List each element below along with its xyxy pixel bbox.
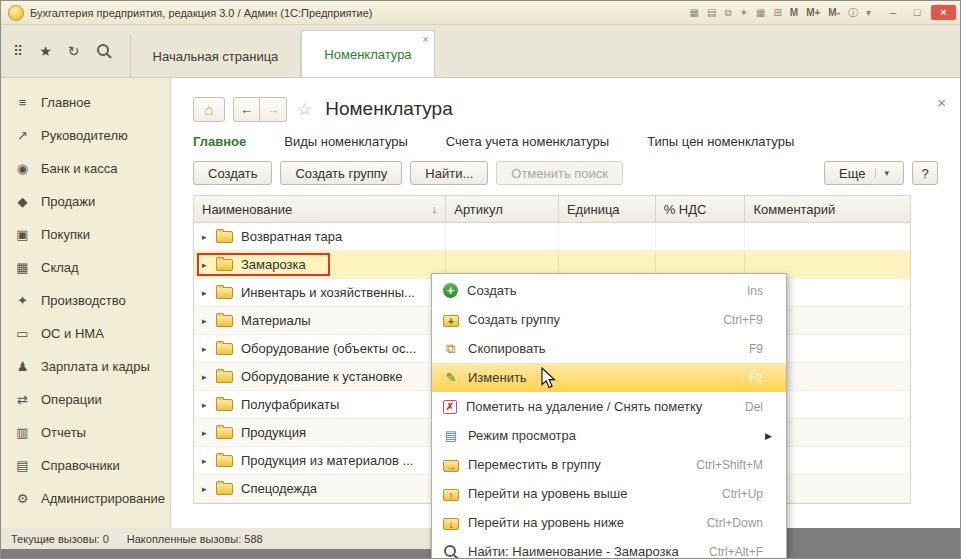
operations-section-icon: ⇄ bbox=[14, 392, 31, 407]
minimize-button[interactable]: – bbox=[883, 5, 903, 20]
sidebar-item-label: Руководителю bbox=[41, 128, 128, 143]
row-name-cell[interactable]: ▸ Материалы bbox=[194, 307, 446, 334]
more-button[interactable]: Еще ▾ bbox=[824, 161, 904, 185]
page-tab[interactable]: Номенклатура × bbox=[301, 30, 434, 77]
sidebar-item[interactable]: ◉ Банк и касса bbox=[1, 152, 170, 185]
expand-arrow-icon[interactable]: ▸ bbox=[202, 456, 214, 466]
expand-arrow-icon[interactable]: ▸ bbox=[202, 428, 214, 438]
row-name-cell[interactable]: ▸ Продукция из материалов ... bbox=[194, 447, 446, 474]
memory-plus-button[interactable]: M+ bbox=[806, 7, 820, 18]
expand-arrow-icon[interactable]: ▸ bbox=[202, 344, 214, 354]
context-menu-item[interactable]: ↓ Перейти на уровень ниже Ctrl+Down bbox=[432, 508, 786, 537]
sidebar-item[interactable]: ✦ Производство bbox=[1, 284, 170, 317]
find-button[interactable]: Найти... bbox=[410, 161, 488, 185]
warehouse-section-icon: ▦ bbox=[14, 260, 31, 275]
expand-arrow-icon[interactable]: ▸ bbox=[202, 260, 214, 270]
menu-item-label: Создать группу bbox=[468, 312, 714, 327]
column-header[interactable]: Артикул bbox=[446, 196, 559, 222]
link-icon[interactable]: ✶ bbox=[740, 7, 748, 18]
expand-arrow-icon[interactable]: ▸ bbox=[202, 484, 214, 494]
sidebar-item[interactable]: ⇄ Операции bbox=[1, 383, 170, 416]
row-name-cell[interactable]: ▸ Продукция bbox=[194, 419, 446, 446]
row-name-cell[interactable]: ▸ Замарозка bbox=[194, 251, 446, 278]
context-menu-item[interactable]: → Переместить в группу Ctrl+Shift+M bbox=[432, 450, 786, 479]
search-icon[interactable] bbox=[96, 43, 112, 59]
calculator-icon[interactable]: ⊞ bbox=[773, 7, 781, 18]
expand-arrow-icon[interactable]: ▸ bbox=[202, 232, 214, 242]
table-row[interactable]: ▸ Возвратная тара bbox=[194, 223, 910, 251]
sidebar-item[interactable]: ▥ Отчеты bbox=[1, 416, 170, 449]
context-menu-item[interactable]: + Создать Ins bbox=[432, 276, 786, 305]
context-menu-item[interactable]: ✎ Изменить F2 bbox=[432, 363, 786, 392]
selection-annotation: ▸ Оборудование (объекты ос... bbox=[202, 337, 416, 360]
sidebar-item[interactable]: ≡ Главное bbox=[1, 86, 170, 119]
context-menu-item[interactable]: + Создать группу Ctrl+F9 bbox=[432, 305, 786, 334]
tab-close-icon[interactable]: × bbox=[422, 33, 428, 45]
help-button[interactable]: ? bbox=[912, 161, 938, 185]
back-button[interactable]: ← bbox=[233, 97, 260, 122]
context-menu-item[interactable]: ↑ Перейти на уровень выше Ctrl+Up bbox=[432, 479, 786, 508]
folder-icon bbox=[216, 231, 233, 243]
info-icon[interactable]: ⓘ bbox=[848, 6, 858, 20]
column-header[interactable]: Комментарий bbox=[745, 196, 910, 222]
sidebar-item[interactable]: ▭ ОС и НМА bbox=[1, 317, 170, 350]
favorite-star-icon[interactable]: ☆ bbox=[297, 99, 312, 120]
create-button[interactable]: Создать bbox=[193, 161, 272, 185]
sidebar-item[interactable]: ▣ Покупки bbox=[1, 218, 170, 251]
hr-section-icon: ♟ bbox=[14, 359, 31, 374]
row-name-cell[interactable]: ▸ Оборудование (объекты ос... bbox=[194, 335, 446, 362]
section-link[interactable]: Типы цен номенклатуры bbox=[647, 134, 794, 149]
preview-icon[interactable]: ⧉ bbox=[724, 7, 731, 19]
favorites-icon[interactable]: ★ bbox=[39, 43, 52, 59]
bank-section-icon: ◉ bbox=[14, 161, 31, 176]
context-menu-item[interactable]: ✗ Пометить на удаление / Снять пометку D… bbox=[432, 392, 786, 421]
menu-item-shortcut: Ins bbox=[747, 284, 763, 298]
memory-button[interactable]: M bbox=[790, 7, 798, 18]
row-name-cell[interactable]: ▸ Инвентарь и хозяйственны... bbox=[194, 279, 446, 306]
chevron-down-icon[interactable]: ▾ bbox=[866, 7, 871, 18]
sidebar-item-label: Отчеты bbox=[41, 425, 86, 440]
sidebar-item[interactable]: ♟ Зарплата и кадры bbox=[1, 350, 170, 383]
sidebar-item[interactable]: ▤ Справочники bbox=[1, 449, 170, 482]
column-header[interactable]: Единица bbox=[559, 196, 656, 222]
context-menu-item[interactable]: Найти: Наименование - Замарозка Ctrl+Alt… bbox=[432, 537, 786, 559]
page-tab[interactable]: Начальная страница × bbox=[130, 35, 302, 77]
main-menu-icon[interactable]: ⠿ bbox=[13, 43, 23, 59]
section-link[interactable]: Виды номенклатуры bbox=[284, 134, 408, 149]
column-header[interactable]: % НДС bbox=[656, 196, 746, 222]
section-link[interactable]: Счета учета номенклатуры bbox=[446, 134, 609, 149]
cell-vat bbox=[656, 223, 746, 250]
row-name-cell[interactable]: ▸ Возвратная тара bbox=[194, 223, 446, 250]
sidebar-item[interactable]: ▦ Склад bbox=[1, 251, 170, 284]
forward-button[interactable]: → bbox=[260, 97, 287, 122]
context-menu-item[interactable]: ⧉ Скопировать F9 bbox=[432, 334, 786, 363]
form-close-icon[interactable]: × bbox=[937, 94, 946, 111]
calendar-icon[interactable]: ▦ bbox=[756, 7, 765, 18]
history-icon[interactable]: ↻ bbox=[68, 43, 80, 59]
sidebar-item[interactable]: ⚙ Администрирование bbox=[1, 482, 170, 515]
column-label: Комментарий bbox=[753, 202, 835, 217]
expand-arrow-icon[interactable]: ▸ bbox=[202, 316, 214, 326]
sidebar-item[interactable]: ◆ Продажи bbox=[1, 185, 170, 218]
context-menu-item[interactable]: ▤ Режим просмотра ▶ bbox=[432, 421, 786, 450]
memory-minus-button[interactable]: M- bbox=[828, 7, 840, 18]
section-link[interactable]: Главное bbox=[193, 134, 246, 149]
selection-annotation: ▸ Спецодежда bbox=[202, 477, 317, 500]
row-name-cell[interactable]: ▸ Оборудование к установке bbox=[194, 363, 446, 390]
home-button[interactable]: ⌂ bbox=[193, 97, 225, 122]
expand-arrow-icon[interactable]: ▸ bbox=[202, 400, 214, 410]
row-name-cell[interactable]: ▸ Спецодежда bbox=[194, 475, 446, 502]
expand-arrow-icon[interactable]: ▸ bbox=[202, 372, 214, 382]
admin-section-icon: ⚙ bbox=[14, 491, 31, 506]
move-group-icon: → bbox=[443, 460, 459, 472]
maximize-button[interactable]: □ bbox=[907, 5, 927, 20]
sidebar-item[interactable]: ↗ Руководителю bbox=[1, 119, 170, 152]
row-name-cell[interactable]: ▸ Полуфабрикаты bbox=[194, 391, 446, 418]
save-icon[interactable]: ▦ bbox=[690, 7, 699, 18]
expand-arrow-icon[interactable]: ▸ bbox=[202, 288, 214, 298]
create-group-button[interactable]: Создать группу bbox=[280, 161, 402, 185]
close-button[interactable]: × bbox=[931, 5, 956, 20]
menu-item-shortcut: Ctrl+F9 bbox=[723, 313, 763, 327]
column-header[interactable]: Наименование ↓ bbox=[194, 196, 446, 222]
print-icon[interactable]: ▤ bbox=[707, 7, 716, 18]
